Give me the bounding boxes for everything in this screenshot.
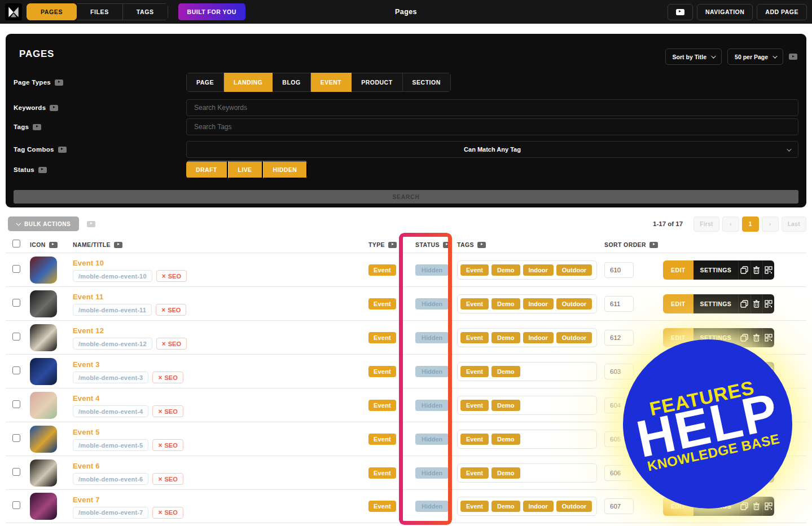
pagination-prev-button[interactable]: ‹ — [722, 216, 739, 232]
seo-status-chip[interactable]: ×SEO — [156, 270, 187, 282]
qr-code-button[interactable] — [762, 430, 774, 449]
page-type-section[interactable]: SECTION — [403, 73, 451, 92]
video-icon[interactable] — [49, 242, 58, 248]
row-checkbox[interactable] — [12, 468, 20, 476]
seo-status-chip[interactable]: ×SEO — [152, 405, 183, 417]
video-icon[interactable] — [87, 221, 95, 227]
qr-code-button[interactable] — [762, 328, 774, 347]
settings-button[interactable]: SETTINGS — [694, 396, 739, 415]
page-type-product[interactable]: PRODUCT — [352, 73, 402, 92]
delete-button[interactable] — [750, 294, 762, 313]
tab-files[interactable]: FILES — [77, 3, 123, 20]
duplicate-button[interactable] — [738, 497, 750, 516]
video-icon[interactable] — [114, 242, 122, 248]
page-title-link[interactable]: Event 3 — [73, 360, 100, 369]
add-page-button[interactable]: ADD PAGE — [757, 4, 807, 20]
sort-order-input[interactable] — [604, 330, 634, 346]
duplicate-button[interactable] — [738, 430, 750, 449]
settings-button[interactable]: SETTINGS — [694, 260, 739, 280]
per-page-select[interactable]: 50 per Page — [727, 48, 783, 65]
page-title-link[interactable]: Event 5 — [73, 428, 100, 436]
video-icon[interactable] — [649, 242, 658, 248]
delete-button[interactable] — [750, 396, 762, 415]
sort-by-select[interactable]: Sort by Title — [665, 48, 722, 65]
row-checkbox[interactable] — [12, 501, 20, 509]
row-checkbox[interactable] — [12, 434, 20, 442]
tab-tags[interactable]: TAGS — [123, 3, 168, 20]
edit-button[interactable]: EDIT — [663, 430, 694, 449]
navigation-button[interactable]: NAVIGATION — [697, 4, 753, 20]
edit-button[interactable]: EDIT — [663, 294, 694, 313]
qr-code-button[interactable] — [762, 463, 774, 483]
row-checkbox[interactable] — [12, 265, 20, 273]
select-all-checkbox[interactable] — [12, 240, 20, 247]
row-checkbox[interactable] — [12, 400, 20, 408]
tags-search-input[interactable] — [186, 118, 798, 135]
tag-combos-select[interactable]: Can Match Any Tag — [186, 141, 798, 158]
video-icon[interactable] — [58, 147, 67, 153]
page-thumbnail[interactable] — [30, 392, 57, 419]
page-type-blog[interactable]: BLOG — [273, 73, 310, 92]
edit-button[interactable]: EDIT — [663, 328, 694, 347]
status-filter-live[interactable]: LIVE — [228, 161, 263, 179]
page-title-link[interactable]: Event 12 — [73, 326, 104, 335]
pagination-next-button[interactable]: › — [762, 216, 779, 232]
page-title-link[interactable]: Event 6 — [73, 462, 100, 470]
edit-button[interactable]: EDIT — [663, 463, 694, 483]
tab-pages[interactable]: PAGES — [27, 3, 77, 20]
settings-button[interactable]: SETTINGS — [694, 463, 739, 483]
settings-button[interactable]: SETTINGS — [694, 362, 739, 381]
pagination-page-1-button[interactable]: 1 — [742, 216, 759, 232]
settings-button[interactable]: SETTINGS — [694, 328, 739, 347]
page-title-link[interactable]: Event 10 — [73, 259, 104, 267]
page-type-event[interactable]: EVENT — [311, 73, 352, 92]
edit-button[interactable]: EDIT — [663, 497, 694, 516]
row-checkbox[interactable] — [12, 366, 20, 374]
duplicate-button[interactable] — [738, 328, 750, 347]
sort-order-input[interactable] — [604, 465, 634, 481]
settings-button[interactable]: SETTINGS — [694, 497, 739, 516]
app-logo[interactable] — [5, 3, 22, 20]
status-filter-draft[interactable]: DRAFT — [186, 161, 228, 179]
page-type-landing[interactable]: LANDING — [224, 73, 273, 92]
video-icon[interactable] — [789, 54, 797, 60]
video-icon[interactable] — [477, 242, 486, 248]
video-icon[interactable] — [443, 242, 451, 248]
sort-order-input[interactable] — [604, 498, 634, 514]
page-thumbnail[interactable] — [30, 493, 57, 520]
sort-order-input[interactable] — [604, 397, 634, 413]
duplicate-button[interactable] — [738, 463, 750, 483]
page-thumbnail[interactable] — [30, 358, 57, 385]
seo-status-chip[interactable]: ×SEO — [152, 439, 183, 451]
settings-button[interactable]: SETTINGS — [694, 430, 739, 449]
pagination-last-button[interactable]: Last — [782, 216, 806, 232]
seo-status-chip[interactable]: ×SEO — [156, 338, 187, 350]
qr-code-button[interactable] — [762, 362, 774, 381]
delete-button[interactable] — [750, 463, 762, 483]
duplicate-button[interactable] — [738, 294, 750, 313]
delete-button[interactable] — [750, 328, 762, 347]
qr-code-button[interactable] — [762, 260, 774, 280]
row-checkbox[interactable] — [12, 333, 20, 341]
video-icon[interactable] — [55, 79, 63, 86]
page-thumbnail[interactable] — [30, 257, 57, 284]
delete-button[interactable] — [750, 362, 762, 381]
page-thumbnail[interactable] — [30, 426, 57, 453]
video-icon[interactable] — [388, 242, 397, 248]
video-icon[interactable] — [50, 105, 58, 111]
page-thumbnail[interactable] — [30, 459, 57, 487]
keywords-input[interactable] — [186, 99, 798, 116]
delete-button[interactable] — [750, 430, 762, 449]
edit-button[interactable]: EDIT — [663, 260, 694, 280]
duplicate-button[interactable] — [738, 362, 750, 381]
video-icon[interactable] — [33, 124, 41, 130]
page-thumbnail[interactable] — [30, 290, 57, 317]
bulk-actions-button[interactable]: BULK ACTIONS — [8, 216, 79, 231]
video-icon[interactable] — [38, 167, 47, 173]
delete-button[interactable] — [750, 260, 762, 280]
row-checkbox[interactable] — [12, 299, 20, 307]
qr-code-button[interactable] — [762, 294, 774, 313]
pagination-first-button[interactable]: First — [694, 216, 719, 232]
seo-status-chip[interactable]: ×SEO — [152, 473, 183, 485]
sort-order-input[interactable] — [604, 262, 634, 278]
